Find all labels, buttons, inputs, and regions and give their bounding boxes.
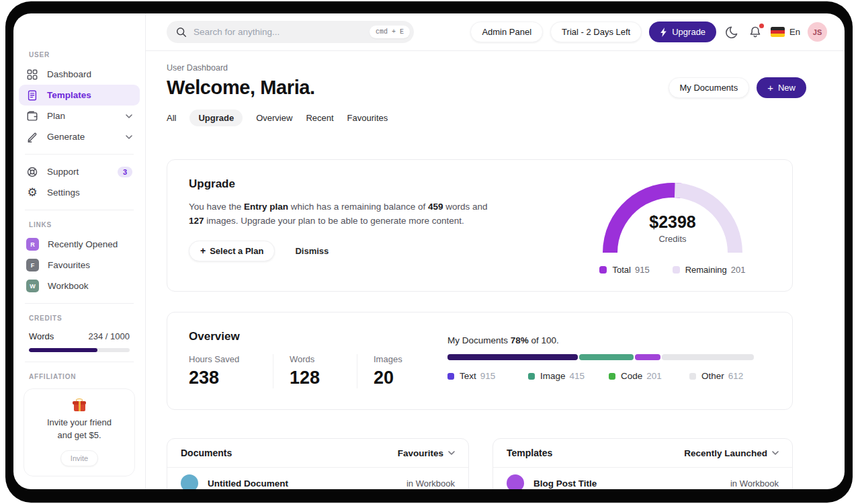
gauge-center-label: $2398 Credits (599, 212, 746, 244)
bar-segment-image (579, 354, 634, 360)
support-icon (26, 166, 38, 178)
sidebar-item-label: Generate (47, 132, 117, 142)
tab-favourites[interactable]: Favourites (347, 110, 388, 126)
link-initial-badge: R (26, 238, 39, 251)
select-plan-button[interactable]: + Select a Plan (189, 241, 275, 261)
sidebar-link-favourites[interactable]: F Favourites (19, 255, 140, 276)
bar-segment-code (635, 354, 660, 360)
admin-panel-button[interactable]: Admin Panel (470, 22, 543, 42)
notifications-button[interactable] (747, 24, 763, 40)
sidebar-item-settings[interactable]: ⚙ Settings (19, 182, 140, 203)
template-location: in Workbook (730, 478, 779, 489)
stat-images: Images 20 (357, 354, 441, 388)
templates-icon (26, 89, 38, 101)
tab-all[interactable]: All (167, 110, 176, 126)
user-avatar[interactable]: JS (808, 22, 827, 42)
gift-icon (73, 400, 86, 411)
link-initial-badge: W (26, 280, 39, 292)
pencil-icon (26, 131, 38, 143)
sidebar-link-workbook[interactable]: W Workbook (19, 276, 140, 296)
document-list-item[interactable]: Untitled Document in Workbook (167, 468, 468, 489)
search-input[interactable] (194, 27, 370, 37)
legend-item-other: Other612 (689, 371, 770, 381)
sidebar-section-links: LINKS (29, 221, 141, 228)
invite-button[interactable]: Invite (60, 450, 98, 466)
dark-mode-toggle[interactable] (724, 24, 740, 40)
sidebar-item-label: Settings (47, 187, 132, 198)
legend-item-code: Code201 (609, 371, 689, 381)
upgrade-button[interactable]: Upgrade (649, 22, 716, 42)
select-plan-label: Select a Plan (210, 246, 263, 256)
gauge-legend-item-remaining: Remaining201 (673, 265, 746, 275)
chevron-down-icon (126, 135, 132, 139)
sidebar-item-label: Dashboard (47, 69, 132, 79)
bar-segment-other (662, 354, 754, 360)
legend-item-text: Text915 (447, 371, 528, 381)
language-switcher[interactable]: En (771, 27, 800, 37)
templates-filter-dropdown[interactable]: Recently Launched (684, 448, 779, 458)
gauge-amount: $2398 (599, 212, 746, 232)
sidebar-link-label: Favourites (48, 260, 132, 270)
sidebar-item-dashboard[interactable]: Dashboard (19, 64, 140, 85)
page-title: Welcome, Maria. (167, 77, 315, 99)
search-bar[interactable]: cmd + E (167, 21, 414, 43)
sidebar-link-recently-opened[interactable]: R Recently Opened (19, 234, 140, 255)
sidebar-item-label: Templates (47, 90, 132, 100)
upgrade-card: Upgrade You have the Entry plan which ha… (167, 159, 793, 292)
new-button-label: New (778, 83, 796, 93)
template-avatar (507, 474, 524, 489)
content: User Dashboard Welcome, Maria. My Docume… (146, 51, 806, 489)
sidebar-link-label: Workbook (48, 281, 132, 291)
stacked-progress-bar (447, 354, 750, 360)
chevron-down-icon (126, 114, 132, 118)
stacked-bar-legend: Text915Image415Code201Other612 (447, 371, 750, 381)
search-icon (175, 26, 187, 38)
tab-overview[interactable]: Overview (256, 110, 292, 126)
lightning-icon (660, 28, 667, 37)
affiliation-text-line2: and get $5. (31, 429, 128, 442)
moon-icon (725, 26, 738, 39)
credits-value: 234 / 1000 (89, 331, 130, 341)
documents-progress-block: My Documents 78% of 100. Text915Image415… (447, 335, 750, 381)
divider (25, 154, 134, 155)
tab-recent[interactable]: Recent (306, 110, 333, 126)
document-name: Untitled Document (208, 478, 288, 489)
credits-gauge-chart: $2398 Credits Total915Remaining201 (599, 177, 746, 275)
notification-dot (759, 24, 764, 28)
divider (25, 303, 134, 304)
main-area: cmd + E Admin Panel Trial - 2 Days Left … (146, 13, 845, 489)
stat-words: Words 128 (273, 354, 357, 388)
sidebar: USER Dashboard Templates Plan Generate (13, 13, 146, 489)
tab-bar: All Upgrade Overview Recent Favourites (167, 108, 806, 127)
overview-card: Overview Hours Saved 238 Words 128 Image… (167, 312, 793, 410)
sidebar-item-templates[interactable]: Templates (19, 85, 140, 106)
divider (25, 362, 134, 362)
wallet-icon (26, 110, 38, 122)
template-list-item[interactable]: Blog Post Title in Workbook (493, 468, 792, 489)
breadcrumb: User Dashboard (167, 63, 806, 73)
sidebar-item-label: Plan (47, 111, 117, 121)
search-shortcut-chip: cmd + E (370, 26, 410, 38)
templates-card: Templates Recently Launched Blog Post Ti… (492, 438, 793, 489)
documents-filter-dropdown[interactable]: Favourites (398, 448, 455, 458)
sidebar-item-support[interactable]: Support 3 (19, 161, 140, 182)
bar-segment-text (447, 354, 578, 360)
trial-badge-button[interactable]: Trial - 2 Days Left (550, 22, 642, 42)
plus-icon: + (767, 82, 773, 93)
new-button[interactable]: + New (757, 77, 806, 98)
sidebar-item-generate[interactable]: Generate (19, 126, 140, 147)
app-window: USER Dashboard Templates Plan Generate (13, 13, 845, 489)
dismiss-button[interactable]: Dismiss (295, 246, 329, 256)
upgrade-button-label: Upgrade (672, 27, 705, 37)
templates-card-title: Templates (507, 448, 552, 458)
dashboard-grid-icon (26, 69, 38, 81)
gear-icon: ⚙ (26, 187, 38, 199)
sidebar-link-label: Recently Opened (48, 239, 132, 249)
my-documents-button[interactable]: My Documents (669, 77, 750, 98)
documents-card-title: Documents (181, 448, 232, 458)
credits-row: Words 234 / 1000 (29, 331, 130, 341)
legend-item-image: Image415 (528, 371, 609, 381)
sidebar-item-plan[interactable]: Plan (19, 106, 140, 126)
words-progress-fill (29, 348, 97, 352)
tab-upgrade[interactable]: Upgrade (189, 110, 243, 126)
